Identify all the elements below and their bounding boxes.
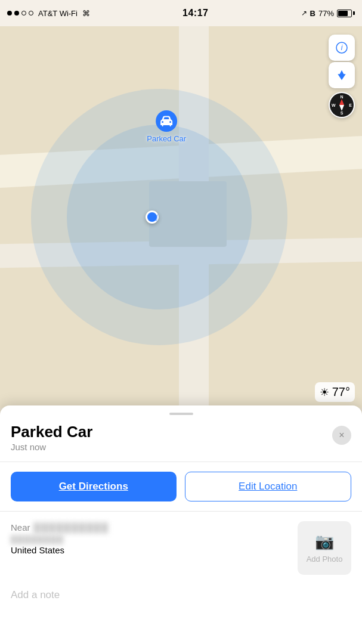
signal-dot-2 — [14, 11, 19, 16]
signal-dot-1 — [7, 11, 12, 16]
map-controls: i N S E W — [329, 35, 355, 118]
svg-text:i: i — [341, 44, 343, 52]
clock: 14:17 — [182, 8, 208, 18]
status-left: AT&T Wi-Fi ⌘ — [7, 9, 90, 18]
sheet-handle[interactable] — [169, 413, 193, 415]
location-button[interactable] — [329, 62, 355, 88]
camera-icon: 📷 — [315, 532, 334, 551]
weather-temp: 77° — [332, 385, 350, 399]
battery-fill — [338, 11, 348, 16]
compass-s: S — [341, 111, 344, 115]
sheet-subtitle: Just now — [11, 442, 92, 452]
user-location-dot — [146, 210, 159, 224]
info-button[interactable]: i — [329, 35, 355, 61]
parked-car-pin[interactable]: Parked Car — [147, 110, 186, 143]
weather-icon: ☀ — [320, 386, 329, 399]
signal-dot-4 — [29, 11, 33, 16]
compass-button[interactable]: N S E W — [329, 92, 355, 118]
wifi-icon: ⌘ — [82, 9, 90, 18]
action-buttons: Get Directions Edit Location — [0, 462, 362, 512]
sheet-header: Parked Car Just now × — [0, 423, 362, 462]
bottom-sheet: Parked Car Just now × Get Directions Edi… — [0, 405, 362, 644]
carrier-label: AT&T Wi-Fi — [38, 9, 78, 18]
near-label: Near — [11, 522, 30, 532]
close-button[interactable]: × — [332, 426, 351, 445]
signal-dot-3 — [21, 11, 26, 16]
address-blurred: ██████████ — [34, 522, 109, 532]
weather-widget: ☀ 77° — [315, 382, 355, 402]
note-section[interactable]: Add a note — [0, 584, 362, 611]
sheet-title: Parked Car — [11, 423, 92, 441]
status-right: ↗ B 77% — [301, 9, 355, 18]
add-photo-area[interactable]: 📷 Add Photo — [298, 521, 351, 575]
battery-tip — [353, 11, 355, 15]
address-area: Near ██████████ ████████ United States — [11, 521, 289, 555]
bluetooth-icon: B — [310, 9, 315, 18]
battery-body — [337, 10, 352, 17]
sheet-title-area: Parked Car Just now — [11, 423, 92, 452]
map-area[interactable]: Parked Car i N S E W ☀ 77° — [0, 26, 362, 408]
compass-w: W — [332, 103, 336, 107]
address-country: United States — [11, 545, 289, 555]
parked-car-label: Parked Car — [147, 134, 186, 143]
address-line2-blurred: ████████ — [11, 535, 289, 544]
battery-pct: 77% — [318, 9, 334, 18]
location-icon: ↗ — [301, 9, 307, 17]
add-photo-label: Add Photo — [307, 555, 343, 564]
close-icon: × — [339, 431, 344, 440]
info-section: Near ██████████ ████████ United States 📷… — [0, 512, 362, 584]
add-note-placeholder[interactable]: Add a note — [11, 589, 60, 600]
edit-location-button[interactable]: Edit Location — [185, 472, 352, 501]
compass-face: N S E W — [330, 93, 354, 117]
compass-n: N — [340, 95, 343, 99]
status-bar: AT&T Wi-Fi ⌘ 14:17 ↗ B 77% — [0, 0, 362, 26]
parked-car-icon — [156, 110, 177, 132]
get-directions-button[interactable]: Get Directions — [11, 472, 177, 501]
compass-e: E — [349, 103, 352, 107]
battery-icon — [337, 10, 355, 17]
